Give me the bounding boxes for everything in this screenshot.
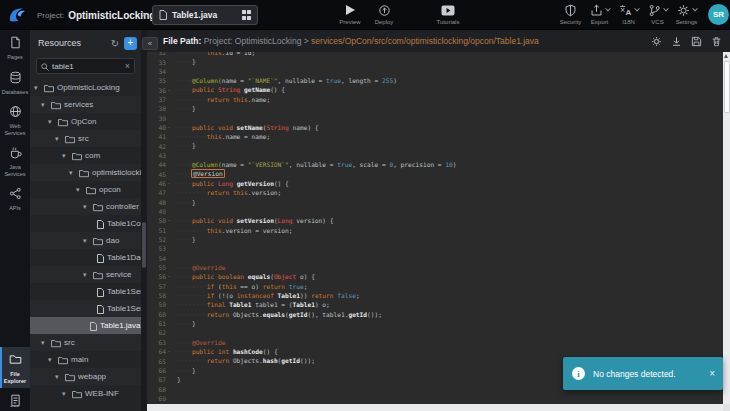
sidebar-item-pages[interactable]: Pages (0, 30, 30, 65)
line-number: 34 (147, 68, 168, 75)
delete-trash-icon[interactable] (711, 36, 722, 47)
file-icon (97, 300, 104, 317)
deploy-button[interactable]: Deploy (367, 3, 401, 25)
line-number: 66 (147, 367, 168, 374)
sidebar-item-java-services[interactable]: Java Services (0, 140, 30, 181)
editor-vertical-scrollbar[interactable] (723, 52, 730, 404)
code-line: ····} (177, 57, 456, 66)
sidebar-item-file-explorer[interactable]: File Explorer (0, 347, 30, 388)
tree-item-web-inf[interactable]: ▾WEB-INF (30, 385, 141, 402)
tree-item-optimisticlocking[interactable]: ▾OptimisticLocking (30, 79, 141, 96)
gutter-row: 64- (147, 347, 173, 356)
code-viewport[interactable]: 3233343536-37383940-414243444546-4748495… (147, 52, 723, 404)
tree-item-opcon[interactable]: ▾OpCon (30, 113, 141, 130)
code-token: } (192, 105, 196, 112)
code-line: ····public String getName() { (177, 85, 456, 94)
security-button[interactable]: Security (556, 3, 585, 25)
tree-item-main[interactable]: ▾main (30, 351, 141, 368)
search-input[interactable] (52, 62, 122, 71)
caret-down-icon[interactable]: ▾ (34, 84, 41, 92)
save-icon[interactable] (691, 36, 702, 47)
gutter-row: 33 (147, 57, 173, 66)
vcs-button[interactable]: VCS (643, 3, 672, 25)
code-token: , precision = (393, 161, 445, 168)
download-icon[interactable] (671, 36, 682, 47)
caret-down-icon[interactable]: ▾ (76, 186, 83, 194)
tree-item-table1service-java[interactable]: Table1Service.java (30, 283, 141, 300)
tree-item-table1serviceimpl-java[interactable]: Table1ServiceImpl.java (30, 300, 141, 317)
topbar: Project: OptimisticLocking › Table1.java… (0, 0, 730, 30)
tree-item-webapp[interactable]: ▾webapp (30, 368, 141, 385)
scroll-up-arrow-icon[interactable] (724, 54, 728, 58)
code-token: public (192, 180, 218, 187)
tree-item-service[interactable]: ▾service (30, 266, 141, 283)
tree-item-com[interactable]: ▾com (30, 147, 141, 164)
caret-down-icon[interactable]: ▾ (83, 203, 90, 211)
caret-down-icon[interactable]: ▾ (69, 169, 76, 177)
code-token: Objects. (233, 357, 263, 364)
tree-item-opcon[interactable]: ▾opcon (30, 181, 141, 198)
tree-item-optimisticlocking[interactable]: ▾optimisticlocking (30, 164, 141, 181)
code-content[interactable]: ········this.id = id;····}····@Column(na… (173, 52, 456, 403)
code-token: o) { (296, 273, 315, 280)
tree-item-controller[interactable]: ▾controller (30, 198, 141, 215)
open-tabs-grid-icon[interactable] (242, 10, 252, 20)
sidebar-item-web-services[interactable]: Web Services (0, 99, 30, 140)
rail-more-button[interactable]: ••• (0, 403, 30, 409)
panel-scrollbar-thumb[interactable] (142, 222, 146, 268)
toast-close-icon[interactable]: × (709, 368, 715, 379)
caret-down-icon[interactable]: ▾ (48, 356, 55, 364)
sidebar-item-databases[interactable]: Databases (0, 65, 30, 100)
settings-button[interactable]: Settings (672, 3, 701, 25)
i18n-button[interactable]: AI18N (614, 3, 643, 25)
line-number: 36 (147, 87, 168, 94)
caret-down-icon[interactable]: ▾ (55, 135, 62, 143)
line-number: 44 (147, 161, 168, 168)
tree-item-src[interactable]: ▾src (30, 334, 141, 351)
code-line: ····@Version (177, 169, 456, 178)
code-token: @Override (192, 264, 226, 271)
code-line: ········return Objects.hash(getId()); (177, 356, 456, 365)
caret-down-icon[interactable]: ▾ (41, 339, 48, 347)
caret-down-icon[interactable]: ▾ (48, 118, 55, 126)
export-button[interactable]: Export (585, 3, 614, 25)
tree-item-table1-java[interactable]: Table1.java (30, 317, 141, 334)
code-token: ()); (367, 311, 382, 318)
sidebar-item-apis[interactable]: APIs (0, 181, 30, 216)
tree-item-src[interactable]: ▾src (30, 130, 141, 147)
folder-icon (86, 181, 96, 198)
tree-item-services[interactable]: ▾services (30, 96, 141, 113)
collapse-panel-button[interactable]: « (142, 37, 158, 50)
tree-item-table1controller-java[interactable]: Table1Controller.java (30, 215, 141, 232)
code-token: (), table1. (307, 311, 348, 318)
preview-button[interactable]: Preview (333, 3, 367, 25)
globe-icon (9, 104, 22, 122)
code-token: ) o; (315, 301, 330, 308)
caret-down-icon[interactable]: ▾ (62, 152, 69, 160)
tree-item-label: com (85, 151, 100, 160)
caret-down-icon[interactable]: ▾ (55, 373, 62, 381)
tutorials-button[interactable]: Tutorials (425, 3, 471, 25)
app-logo-icon[interactable] (6, 4, 28, 26)
folder-icon (72, 147, 82, 164)
refresh-icon[interactable]: ↻ (109, 38, 121, 49)
editor-horizontal-scrollbar[interactable] (147, 404, 723, 411)
action-label: Tutorials (437, 19, 460, 25)
file-settings-gear-icon[interactable] (651, 36, 662, 47)
avatar[interactable]: SR (708, 4, 729, 25)
tree-item-table1dao-java[interactable]: Table1Dao.java (30, 249, 141, 266)
add-resource-button[interactable]: + (124, 37, 137, 50)
caret-down-icon[interactable]: ▾ (62, 390, 69, 398)
code-token: ) (453, 161, 457, 168)
caret-down-icon[interactable]: ▾ (41, 101, 48, 109)
clear-search-icon[interactable]: × (125, 61, 130, 71)
tree-item-label: OptimisticLocking (57, 83, 120, 92)
caret-down-icon[interactable]: ▾ (83, 237, 90, 245)
line-number: 61 (147, 320, 168, 327)
code-token: final (207, 301, 229, 308)
tree-item-dao[interactable]: ▾dao (30, 232, 141, 249)
caret-down-icon[interactable]: ▾ (83, 271, 90, 279)
vertical-scrollbar-thumb[interactable] (724, 61, 730, 113)
sidebar-item-label: APIs (0, 205, 30, 212)
tab-table1-java[interactable]: Table1.java (152, 5, 258, 25)
